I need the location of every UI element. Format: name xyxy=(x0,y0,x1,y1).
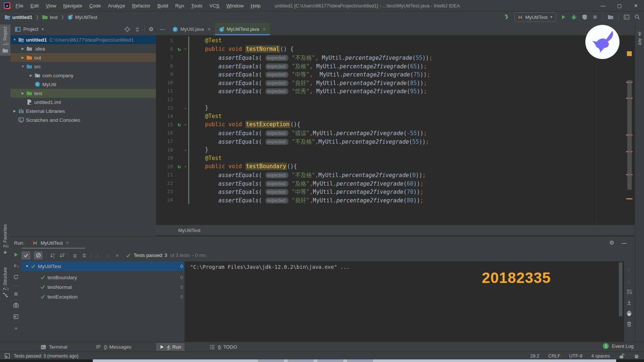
sidebar-item-2-favorites[interactable]: 2: Favorites★ xyxy=(0,222,10,257)
tab-myutil-java[interactable]: C MyUtil.java ✕ xyxy=(169,23,215,35)
restore-layout-icon[interactable] xyxy=(13,314,19,320)
fold-marker-icon[interactable]: ▾ xyxy=(183,47,188,51)
code-editor[interactable]: 5 @Test6↻▾ public void testNormal() {7 a… xyxy=(156,35,635,225)
chevron-down-icon[interactable]: ▼ xyxy=(13,38,17,42)
sort-alphabetically-icon[interactable]: az xyxy=(50,252,56,258)
unlock-icon[interactable] xyxy=(619,353,625,359)
sidebar-item-1-project[interactable]: 1: Project xyxy=(0,25,10,56)
chevron-right-icon[interactable]: ▶ xyxy=(29,74,33,77)
tab-myutiltest-java[interactable]: C MyUtilTest.java ✕ xyxy=(215,23,270,35)
run-button[interactable] xyxy=(561,14,566,20)
code-line-16[interactable]: 16 assertEquals( expected: "错误",MyUtil.p… xyxy=(156,129,635,137)
tree-item-com-company[interactable]: ▶com.company xyxy=(10,71,156,80)
debug-button[interactable] xyxy=(571,14,577,20)
fold-marker-icon[interactable]: ▴ xyxy=(183,106,188,110)
code-line-12[interactable]: 12 xyxy=(156,95,635,104)
toolwindow-button-6-todo[interactable]: 6: TODO xyxy=(206,343,241,351)
chevron-right-icon[interactable]: ▶ xyxy=(21,56,25,59)
code-line-8[interactable]: 8 assertEquals( expected: "及格", MyUtil.p… xyxy=(156,62,635,70)
close-icon[interactable]: ✕ xyxy=(207,27,211,32)
tree-item-external-libraries[interactable]: ▶External Libraries xyxy=(10,107,156,115)
close-button[interactable]: ✕ xyxy=(628,0,644,11)
menu-help[interactable]: Help xyxy=(251,3,261,9)
code-line-19[interactable]: 19 @Test xyxy=(156,154,635,162)
collapse-all-icon[interactable] xyxy=(81,252,87,258)
code-line-5[interactable]: 5 @Test xyxy=(156,36,635,45)
tree-item-untitled1[interactable]: ▼untitled1C:\Users\86177\IdeaProjects\un… xyxy=(10,35,156,44)
breadcrumb-class[interactable]: C MyUtilTest xyxy=(67,14,97,20)
chevron-down-icon[interactable]: ▼ xyxy=(24,264,30,268)
hide-panel-icon[interactable]: — xyxy=(156,23,169,35)
menu-tools[interactable]: Tools xyxy=(191,3,202,9)
code-line-24[interactable]: 24 assertEquals( expected: "良好",MyUtil.p… xyxy=(156,196,635,204)
fold-marker-icon[interactable]: ▾ xyxy=(183,123,188,127)
menu-edit[interactable]: Edit xyxy=(30,3,39,9)
test-row-testnormal[interactable]: testNormal0 ms xyxy=(22,282,196,292)
locate-file-icon[interactable] xyxy=(124,26,130,32)
chevron-right-icon[interactable]: ▶ xyxy=(13,109,17,113)
menu-window[interactable]: Window xyxy=(226,3,243,9)
chevron-down-icon[interactable]: ▼ xyxy=(21,65,25,68)
sidebar-item-ant[interactable]: Ant xyxy=(635,31,644,45)
run-test-gutter-icon[interactable]: ↻ xyxy=(176,163,183,169)
menu-view[interactable]: View xyxy=(46,3,56,9)
editor-scrollbar[interactable] xyxy=(627,80,632,190)
editor-breadcrumb[interactable]: MyUtilTest xyxy=(156,225,635,235)
run-console[interactable]: "C:\Program Files\Java\jdk-12.0.2\bin\ja… xyxy=(184,261,624,342)
chevron-down-icon[interactable]: ▼ xyxy=(41,27,44,31)
tree-item-test[interactable]: ▶test xyxy=(10,89,156,98)
code-line-9[interactable]: 9 assertEquals( expected: "中等", MyUtil.p… xyxy=(156,70,635,78)
minimize-button[interactable]: — xyxy=(595,0,611,11)
print-icon[interactable] xyxy=(626,310,632,316)
tree-item-scratches-and-consoles[interactable]: Scratches and Consoles xyxy=(10,115,156,124)
search-everywhere-icon[interactable] xyxy=(634,14,640,20)
code-line-18[interactable]: 18▴ } xyxy=(156,146,635,154)
gear-icon[interactable]: ⚙ xyxy=(609,239,614,246)
chevron-right-icon[interactable]: ▶ xyxy=(21,47,25,50)
menu-analyze[interactable]: Analyze xyxy=(108,3,125,9)
coverage-button[interactable] xyxy=(582,14,588,20)
run-anything-icon[interactable] xyxy=(624,14,630,20)
more-chevron-icon[interactable]: » xyxy=(116,252,118,258)
toolwindow-button-terminal[interactable]: Terminal xyxy=(37,343,71,351)
code-line-20[interactable]: 20↻▾ public void testBoundary(){ xyxy=(156,162,635,171)
code-line-6[interactable]: 6↻▾ public void testNormal() { xyxy=(156,45,635,53)
code-line-14[interactable]: 14 @Test xyxy=(156,112,635,120)
tree-item-myutil[interactable]: CMyUtil xyxy=(10,80,156,89)
event-log-button[interactable]: 1 Event Log xyxy=(603,343,634,349)
more-chevron-icon[interactable]: » xyxy=(14,325,17,331)
toolwindow-switcher-icon[interactable] xyxy=(4,353,10,359)
hide-panel-icon[interactable]: — xyxy=(622,240,627,246)
test-row-testexception[interactable]: testException0 ms xyxy=(22,292,196,301)
caret-position[interactable]: 28:2 xyxy=(530,353,539,359)
breadcrumb-folder[interactable]: test xyxy=(42,14,58,20)
menu-file[interactable]: File xyxy=(16,3,23,9)
run-configuration-select[interactable]: MyUtilTest ▼ xyxy=(514,12,556,22)
code-line-11[interactable]: 11 assertEquals( expected: "优秀", MyUtil.… xyxy=(156,87,635,95)
sort-by-duration-icon[interactable] xyxy=(59,252,65,258)
project-structure-icon[interactable] xyxy=(608,14,614,20)
hummingbird-overlay-icon[interactable] xyxy=(585,25,620,59)
scroll-to-end-icon[interactable] xyxy=(626,300,632,306)
expand-all-icon[interactable] xyxy=(72,252,78,258)
breadcrumb-project[interactable]: untitled1 xyxy=(4,14,32,20)
menu-run[interactable]: Run xyxy=(175,3,184,9)
code-line-10[interactable]: 10 assertEquals( expected: "良好", MyUtil.… xyxy=(156,78,635,87)
close-icon[interactable]: ✕ xyxy=(262,27,266,32)
close-icon[interactable]: ✕ xyxy=(65,240,69,245)
line-ending[interactable]: CRLF xyxy=(548,353,560,359)
code-line-22[interactable]: 22 assertEquals( expected: "及格",MyUtil.p… xyxy=(156,179,635,187)
fold-marker-icon[interactable]: ▾ xyxy=(183,164,188,169)
test-row-myutiltest[interactable]: ▼MyUtilTest0 ms xyxy=(22,261,196,271)
camera-icon[interactable] xyxy=(13,302,19,308)
menu-build[interactable]: Build xyxy=(157,3,168,9)
console-scrollbar[interactable] xyxy=(619,262,622,316)
sidebar-item-7-structure[interactable]: 7: Structure xyxy=(0,265,10,300)
run-panel-tab[interactable]: MyUtilTest ✕ xyxy=(32,240,69,246)
menu-refactor[interactable]: Refactor xyxy=(132,3,150,9)
show-ignored-toggle[interactable] xyxy=(34,251,43,260)
run-test-gutter-icon[interactable]: ↻ xyxy=(176,121,183,127)
stripe-mark[interactable] xyxy=(626,198,632,199)
indent-setting[interactable]: 4 spaces xyxy=(591,353,610,359)
chevron-right-icon[interactable]: ▶ xyxy=(21,91,25,95)
